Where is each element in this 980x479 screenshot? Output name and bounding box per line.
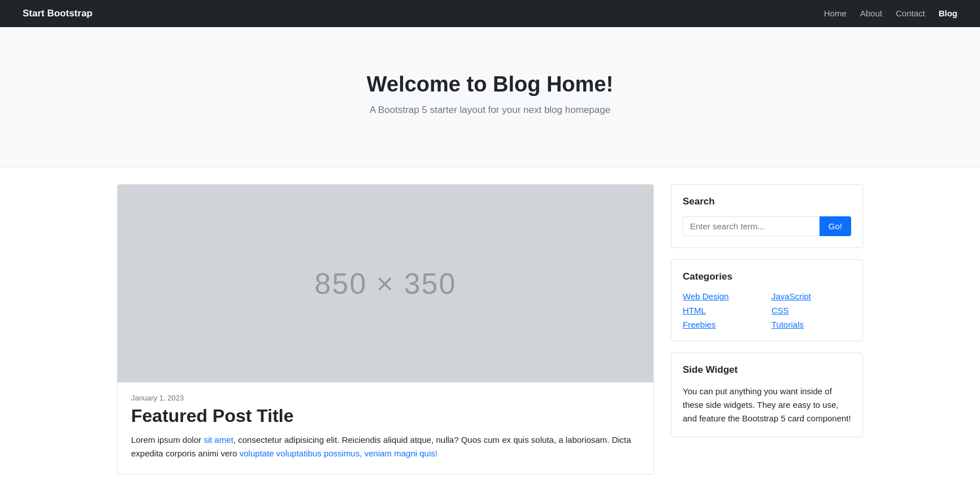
nav-item-about[interactable]: About (860, 8, 882, 19)
category-link-tutorials[interactable]: Tutorials (771, 320, 851, 329)
nav-item-home[interactable]: Home (824, 8, 847, 19)
category-link-freebies[interactable]: Freebies (683, 320, 762, 329)
categories-grid: Web Design JavaScript HTML CSS Freebies … (683, 291, 851, 329)
post-date: January 1, 2023 (131, 394, 640, 402)
nav-item-contact[interactable]: Contact (896, 8, 925, 19)
nav-link-contact[interactable]: Contact (896, 8, 925, 18)
search-row: Go! (683, 216, 851, 236)
main-container: 850 × 350 January 1, 2023 Featured Post … (106, 167, 874, 479)
search-input[interactable] (683, 216, 819, 236)
nav-item-blog[interactable]: Blog (939, 8, 957, 19)
hero-section: Welcome to Blog Home! A Bootstrap 5 star… (0, 27, 980, 167)
navbar-brand[interactable]: Start Bootstrap (23, 8, 93, 19)
post-body: January 1, 2023 Featured Post Title Lore… (118, 382, 653, 474)
navbar-links: Home About Contact Blog (824, 8, 957, 19)
side-widget-title: Side Widget (683, 364, 851, 376)
post-title: Featured Post Title (131, 406, 640, 426)
post-excerpt: Lorem ipsum dolor sit amet, consectetur … (131, 433, 640, 460)
hero-subtitle: A Bootstrap 5 starter layout for your ne… (11, 104, 969, 116)
categories-widget-title: Categories (683, 271, 851, 282)
placeholder-image-label: 850 × 350 (315, 267, 457, 301)
nav-link-blog[interactable]: Blog (939, 8, 957, 18)
post-excerpt-link-sit[interactable]: sit amet (203, 435, 233, 445)
featured-post-image: 850 × 350 (118, 185, 653, 382)
categories-widget: Categories Web Design JavaScript HTML CS… (671, 259, 863, 341)
nav-link-about[interactable]: About (860, 8, 882, 18)
search-widget-title: Search (683, 196, 851, 207)
navbar: Start Bootstrap Home About Contact Blog (0, 0, 980, 27)
nav-link-home[interactable]: Home (824, 8, 847, 18)
blog-main: 850 × 350 January 1, 2023 Featured Post … (117, 184, 654, 474)
category-link-javascript[interactable]: JavaScript (771, 291, 851, 301)
search-widget: Search Go! (671, 184, 863, 248)
category-link-web-design[interactable]: Web Design (683, 291, 762, 301)
post-excerpt-link-voluptate[interactable]: voluptate voluptatibus possimus, veniam … (240, 448, 437, 458)
category-link-html[interactable]: HTML (683, 306, 762, 315)
side-widget: Side Widget You can put anything you wan… (671, 352, 863, 437)
featured-post-card: 850 × 350 January 1, 2023 Featured Post … (117, 184, 654, 474)
hero-title: Welcome to Blog Home! (11, 72, 969, 97)
side-widget-text: You can put anything you want inside of … (683, 385, 851, 425)
search-button[interactable]: Go! (819, 216, 851, 236)
category-link-css[interactable]: CSS (771, 306, 851, 315)
sidebar: Search Go! Categories Web Design JavaScr… (671, 184, 863, 474)
